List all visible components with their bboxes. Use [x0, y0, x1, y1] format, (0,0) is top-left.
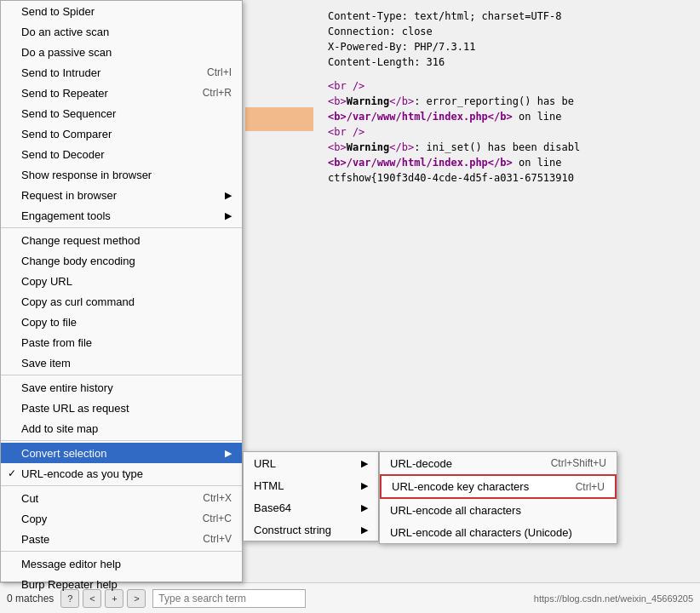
response-line-12: ctfshow{190f3d40-4cde-4d5f-a031-67513910	[328, 170, 691, 186]
submenu-url-encode-key[interactable]: URL-encode key characters Ctrl+U	[380, 474, 617, 499]
menu-send-to-sequencer[interactable]: Send to Sequencer	[1, 103, 242, 123]
response-line-11: <b>/var/www/html/index.php</b> on line	[328, 155, 691, 170]
submenu-construct-string[interactable]: Construct string ▶	[244, 518, 378, 541]
separator-3	[1, 440, 242, 441]
menu-paste[interactable]: Paste Ctrl+V	[1, 529, 242, 549]
response-line-9: <br />	[328, 124, 691, 140]
response-line-10: <b>Warning</b>: ini_set() has been disab…	[328, 140, 691, 155]
response-line-2: Connection: close	[328, 24, 691, 39]
menu-copy-to-file[interactable]: Copy to file	[1, 312, 242, 332]
submenu-base64[interactable]: Base64 ▶	[244, 496, 378, 518]
menu-engagement-tools[interactable]: Engagement tools ▶	[1, 205, 242, 226]
menu-show-response-in-browser[interactable]: Show response in browser	[1, 164, 242, 185]
submenu-html[interactable]: HTML ▶	[244, 474, 378, 496]
menu-send-to-spider[interactable]: Send to Spider	[1, 1, 242, 21]
submenu-url-encode-all-unicode[interactable]: URL-encode all characters (Unicode)	[380, 521, 617, 543]
menu-copy-as-curl[interactable]: Copy as curl command	[1, 291, 242, 312]
separator-1	[1, 227, 242, 228]
submenu-convert-types: URL ▶ HTML ▶ Base64 ▶ Construct string ▶	[243, 451, 379, 541]
menu-paste-from-file[interactable]: Paste from file	[1, 332, 242, 352]
menu-cut[interactable]: Cut Ctrl+X	[1, 488, 242, 508]
menu-send-to-decoder[interactable]: Send to Decoder	[1, 144, 242, 164]
response-line-7: <b>Warning</b>: error_reporting() has be	[328, 94, 691, 109]
submenu-url-encode-all[interactable]: URL-encode all characters	[380, 499, 617, 521]
menu-url-encode-as-you-type[interactable]: URL-encode as you type	[1, 463, 242, 484]
url-display: https://blog.csdn.net/weixin_45669205	[534, 593, 693, 604]
response-line-4: Content-Length: 316	[328, 54, 691, 70]
separator-4	[1, 485, 242, 486]
menu-do-passive-scan[interactable]: Do a passive scan	[1, 42, 242, 62]
response-line-3: X-Powered-By: PHP/7.3.11	[328, 39, 691, 54]
submenu-url-decode[interactable]: URL-decode Ctrl+Shift+U	[380, 452, 617, 474]
menu-message-editor-help[interactable]: Message editor help	[1, 553, 242, 574]
menu-send-to-repeater[interactable]: Send to Repeater Ctrl+R	[1, 83, 242, 103]
separator-5	[1, 551, 242, 552]
submenu-url-options: URL-decode Ctrl+Shift+U URL-encode key c…	[379, 451, 617, 544]
response-line-8: <b>/var/www/html/index.php</b> on line	[328, 109, 691, 124]
menu-copy-url[interactable]: Copy URL	[1, 271, 242, 291]
menu-add-to-site-map[interactable]: Add to site map	[1, 418, 242, 438]
context-menu: Send to Spider Do an active scan Do a pa…	[0, 0, 243, 582]
response-line-1: Content-Type: text/html; charset=UTF-8	[328, 9, 691, 24]
menu-request-in-browser[interactable]: Request in browser ▶	[1, 185, 242, 205]
menu-paste-url-as-request[interactable]: Paste URL as request	[1, 398, 242, 418]
menu-copy[interactable]: Copy Ctrl+C	[1, 508, 242, 529]
submenu-url[interactable]: URL ▶	[244, 452, 378, 474]
menu-burp-repeater-help[interactable]: Burp Repeater help	[1, 574, 242, 594]
menu-send-to-intruder[interactable]: Send to Intruder Ctrl+I	[1, 62, 242, 83]
menu-change-request-method[interactable]: Change request method	[1, 230, 242, 250]
highlight-strip	[245, 107, 313, 131]
menu-convert-selection[interactable]: Convert selection ▶	[1, 443, 242, 463]
response-line-6: <br />	[328, 78, 691, 94]
menu-save-item[interactable]: Save item	[1, 352, 242, 373]
separator-2	[1, 375, 242, 375]
menu-send-to-comparer[interactable]: Send to Comparer	[1, 123, 242, 144]
menu-do-active-scan[interactable]: Do an active scan	[1, 21, 242, 42]
menu-change-body-encoding[interactable]: Change body encoding	[1, 250, 242, 271]
menu-save-entire-history[interactable]: Save entire history	[1, 377, 242, 398]
